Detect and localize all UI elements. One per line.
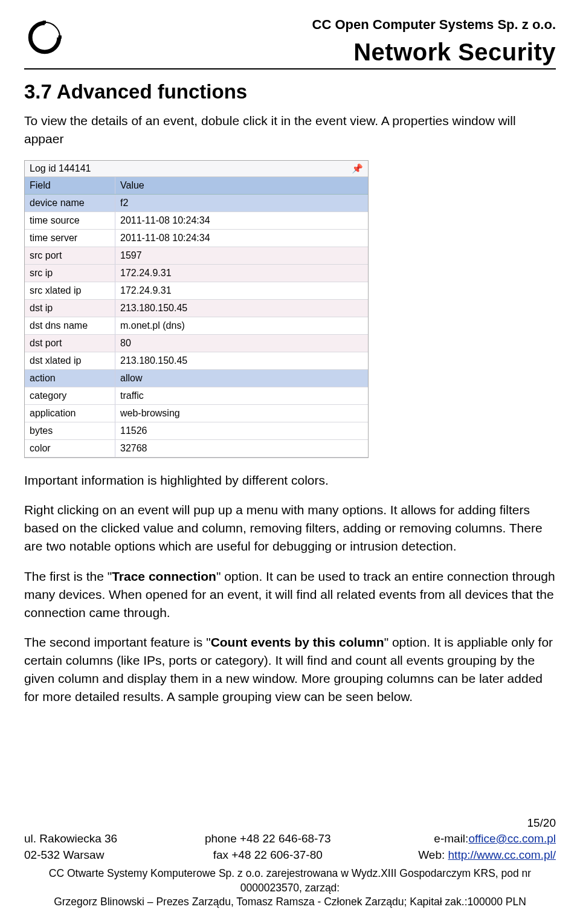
field-cell: dst port [25, 335, 115, 352]
field-cell: action [25, 370, 115, 387]
company-name: CC Open Computer Systems Sp. z o.o. [312, 17, 556, 33]
field-cell: color [25, 440, 115, 457]
phone-line: phone +48 22 646-68-73 [205, 831, 331, 847]
field-cell: application [25, 405, 115, 422]
paragraph-count: The second important feature is "Count e… [24, 633, 556, 705]
col-header-field: Field [25, 177, 115, 194]
log-properties-panel: Log id 144141 📌 Field Value device namef… [24, 160, 369, 458]
value-cell: 11526 [115, 422, 368, 439]
legal-text: CC Otwarte Systemy Komputerowe Sp. z o.o… [24, 867, 556, 909]
field-cell: device name [25, 195, 115, 212]
paragraph-context-menu: Right clicking on an event will pup up a… [24, 501, 556, 555]
field-cell: bytes [25, 422, 115, 439]
table-row[interactable]: color32768 [25, 440, 368, 457]
table-row[interactable]: time server2011-11-08 10:24:34 [25, 230, 368, 247]
value-cell: 32768 [115, 440, 368, 457]
paragraph-trace: The first is the "Trace connection" opti… [24, 567, 556, 621]
panel-title: Log id 144141 [30, 163, 91, 174]
table-row[interactable]: time source2011-11-08 10:24:34 [25, 212, 368, 230]
footer-contact: phone +48 22 646-68-73 fax +48 22 606-37… [205, 831, 331, 863]
count-events-term: Count events by this column [211, 635, 384, 649]
table-row[interactable]: dst port80 [25, 335, 368, 352]
panel-titlebar[interactable]: Log id 144141 📌 [25, 161, 368, 177]
field-cell: src port [25, 247, 115, 264]
value-cell: web-browsing [115, 405, 368, 422]
value-cell: 2011-11-08 10:24:34 [115, 212, 368, 229]
value-cell: f2 [115, 195, 368, 212]
value-cell: 213.180.150.45 [115, 300, 368, 317]
address-line: 02-532 Warsaw [24, 847, 117, 864]
table-row[interactable]: categorytraffic [25, 387, 368, 405]
trace-connection-term: Trace connection [112, 569, 216, 583]
footer-links: e-mail:office@cc.com.pl Web: http://www.… [418, 831, 556, 863]
field-cell: dst ip [25, 300, 115, 317]
field-cell: src xlated ip [25, 282, 115, 299]
legal-line: Grzegorz Blinowski – Prezes Zarządu, Tom… [24, 895, 556, 909]
footer-address: ul. Rakowiecka 36 02-532 Warsaw [24, 831, 117, 863]
value-cell: 172.24.9.31 [115, 282, 368, 299]
table-row[interactable]: src port1597 [25, 247, 368, 265]
value-cell: 80 [115, 335, 368, 352]
value-cell: traffic [115, 387, 368, 404]
field-cell: time server [25, 230, 115, 247]
page-header: CC Open Computer Systems Sp. z o.o. Netw… [24, 17, 556, 69]
fax-line: fax +48 22 606-37-80 [205, 847, 331, 864]
col-header-value: Value [115, 177, 368, 194]
table-row[interactable]: applicationweb-browsing [25, 405, 368, 422]
company-logo-icon [24, 17, 65, 58]
email-link[interactable]: office@cc.com.pl [468, 832, 556, 845]
text-fragment: The second important feature is " [24, 635, 211, 649]
legal-line: CC Otwarte Systemy Komputerowe Sp. z o.o… [24, 867, 556, 895]
field-cell: dst xlated ip [25, 352, 115, 369]
address-line: ul. Rakowiecka 36 [24, 831, 117, 847]
page-number: 15/20 [24, 816, 556, 830]
table-row[interactable]: dst dns namem.onet.pl (dns) [25, 317, 368, 335]
value-cell: 213.180.150.45 [115, 352, 368, 369]
value-cell: 172.24.9.31 [115, 265, 368, 282]
value-cell: 2011-11-08 10:24:34 [115, 230, 368, 247]
text-fragment: The first is the " [24, 569, 112, 583]
table-row[interactable]: bytes11526 [25, 422, 368, 440]
document-title: Network Security [312, 39, 556, 66]
value-cell: m.onet.pl (dns) [115, 317, 368, 334]
section-heading: 3.7 Advanced functions [24, 80, 556, 103]
value-cell: allow [115, 370, 368, 387]
field-cell: dst dns name [25, 317, 115, 334]
web-link[interactable]: http://www.cc.com.pl/ [448, 848, 556, 861]
field-cell: src ip [25, 265, 115, 282]
table-row[interactable]: dst xlated ip213.180.150.45 [25, 352, 368, 370]
value-cell: 1597 [115, 247, 368, 264]
page-footer: 15/20 ul. Rakowiecka 36 02-532 Warsaw ph… [0, 816, 580, 909]
table-row[interactable]: actionallow [25, 370, 368, 387]
paragraph-intro: To view the details of an event, dobule … [24, 112, 556, 148]
paragraph-highlight: Important information is highlighted by … [24, 471, 556, 489]
pin-icon[interactable]: 📌 [352, 163, 363, 174]
field-cell: time source [25, 212, 115, 229]
table-row[interactable]: src xlated ip172.24.9.31 [25, 282, 368, 300]
table-row[interactable]: dst ip213.180.150.45 [25, 300, 368, 317]
field-cell: category [25, 387, 115, 404]
table-row[interactable]: device namef2 [25, 195, 368, 212]
web-label: Web: [418, 848, 448, 861]
table-row[interactable]: src ip172.24.9.31 [25, 265, 368, 282]
table-header-row: Field Value [25, 177, 368, 195]
svg-rect-0 [43, 21, 46, 24]
svg-rect-1 [58, 36, 61, 39]
email-label: e-mail: [434, 832, 468, 845]
